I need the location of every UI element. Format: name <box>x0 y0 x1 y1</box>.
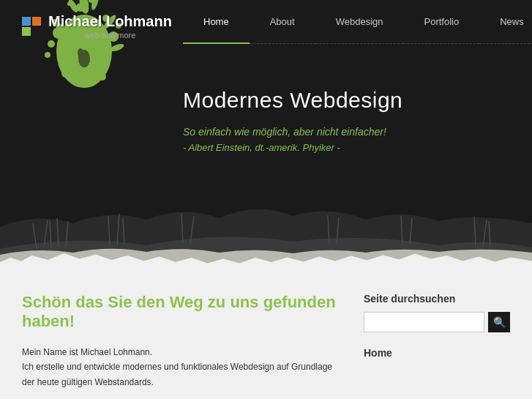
logo-text-wrap: Michael Lohmann web and more <box>48 13 172 40</box>
search-label: Seite durchsuchen <box>364 293 510 305</box>
search-button[interactable]: 🔍 <box>488 312 510 332</box>
main-nav: Home About Webdesign Portfolio News <box>183 0 532 44</box>
logo-sq-green <box>22 27 31 36</box>
body-text-1: Mein Name ist Michael Lohmann. <box>22 345 342 359</box>
hero-attribution: - Albert Einstein, dt.-amerik. Phyiker - <box>183 142 402 153</box>
nav-link-about[interactable]: About <box>250 0 315 44</box>
nav-item-portfolio[interactable]: Portfolio <box>403 0 479 44</box>
nav-link-news[interactable]: News <box>479 0 532 44</box>
welcome-heading: Schön das Sie den Weg zu uns gefunden ha… <box>22 293 342 332</box>
svg-point-12 <box>45 52 50 58</box>
nav-item-webdesign[interactable]: Webdesign <box>315 0 404 44</box>
logo-name: Michael Lohmann <box>48 13 172 29</box>
ground-silhouette <box>0 168 532 271</box>
nav-item-about[interactable]: About <box>250 0 315 44</box>
logo-squares <box>22 17 41 36</box>
hero-content: Modernes Webdesign So einfach wie möglic… <box>183 88 402 153</box>
hero-quote: So einfach wie möglich, aber nicht einfa… <box>183 126 402 138</box>
logo-tagline: web and more <box>48 31 172 40</box>
logo-sq-orange <box>32 17 41 26</box>
sidebar: Seite durchsuchen 🔍 Home <box>364 293 510 389</box>
logo-area: Michael Lohmann web and more <box>22 13 172 40</box>
logo-sq-blue <box>22 17 31 26</box>
body-text-2: Ich erstelle und entwickle modernes und … <box>22 359 342 389</box>
svg-point-11 <box>99 73 106 81</box>
svg-point-10 <box>61 69 70 78</box>
content-left: Schön das Sie den Weg zu uns gefunden ha… <box>22 293 364 389</box>
main-content: Schön das Sie den Weg zu uns gefunden ha… <box>0 271 532 399</box>
logo-sq-empty <box>32 27 41 36</box>
search-box: 🔍 <box>364 312 510 332</box>
sidebar-home-label: Home <box>364 347 510 359</box>
svg-point-2 <box>48 40 55 48</box>
nav-link-home[interactable]: Home <box>183 0 250 44</box>
search-icon: 🔍 <box>493 316 506 328</box>
nav-item-news[interactable]: News <box>479 0 532 44</box>
hero-section: Michael Lohmann web and more <box>0 0 532 271</box>
nav-link-portfolio[interactable]: Portfolio <box>403 0 479 44</box>
hero-title: Modernes Webdesign <box>183 88 402 113</box>
nav-link-webdesign[interactable]: Webdesign <box>315 0 404 44</box>
nav-item-home[interactable]: Home <box>183 0 250 44</box>
svg-point-20 <box>78 48 83 57</box>
search-input[interactable] <box>364 312 484 332</box>
